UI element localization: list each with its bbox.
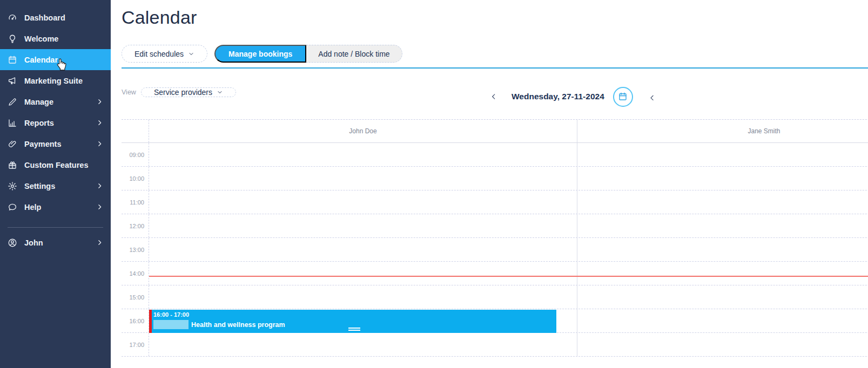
time-label: 13:00 <box>122 238 149 261</box>
schedule-grid: John Doe Jane Smith 09:00 10:00 11:00 12… <box>122 119 868 357</box>
view-selector-row: View Service providers <box>122 87 236 97</box>
time-slot-jane-1100[interactable] <box>577 190 868 214</box>
time-label: 17:00 <box>122 333 149 356</box>
time-slot-jane-0900[interactable] <box>577 143 868 166</box>
calendar-icon <box>618 92 628 101</box>
bar-chart-icon <box>8 118 17 128</box>
booking-event-health-and-wellness[interactable]: 16:00 - 17:00 Health and wellness progra… <box>149 310 556 333</box>
hour-row-1000: 10:00 <box>122 167 868 190</box>
sidebar-item-manage[interactable]: Manage <box>0 91 111 112</box>
hour-row-0900: 09:00 <box>122 143 868 167</box>
sidebar-item-label: Payments <box>24 140 62 148</box>
view-mode-dropdown[interactable]: Service providers <box>141 87 236 97</box>
calendar-tabs: Edit schedules Manage bookings Add note … <box>122 45 402 63</box>
sidebar-item-label: Help <box>24 203 41 212</box>
sidebar-divider <box>8 227 103 228</box>
chevron-down-icon <box>188 51 194 57</box>
time-slot-john-1700[interactable] <box>149 333 577 356</box>
time-slot-jane-1500[interactable] <box>577 285 868 309</box>
time-slot-john-1500[interactable] <box>149 285 577 309</box>
edit-schedules-dropdown[interactable]: Edit schedules <box>122 45 207 63</box>
sidebar-item-reports[interactable]: Reports <box>0 112 111 133</box>
time-gutter-header <box>122 120 149 142</box>
chevron-right-icon <box>647 93 655 100</box>
gear-icon <box>8 181 17 191</box>
chevron-left-icon <box>490 93 497 100</box>
sidebar-item-calendar[interactable]: Calendar <box>0 49 111 70</box>
sidebar-item-label: Reports <box>24 119 54 127</box>
time-label: 12:00 <box>122 214 149 237</box>
chevron-right-icon <box>96 119 103 126</box>
sidebar-item-label: Custom Features <box>24 161 88 169</box>
sidebar-item-label: Marketing Suite <box>24 77 83 85</box>
pencil-icon <box>8 97 17 107</box>
provider-column-header-john-doe: John Doe <box>149 120 577 142</box>
time-slot-john-1200[interactable] <box>149 214 577 237</box>
previous-day-button[interactable] <box>489 92 499 101</box>
sidebar-item-label: Manage <box>24 98 53 106</box>
page-title: Calendar <box>122 7 197 28</box>
lightbulb-icon <box>8 34 17 44</box>
sidebar-item-welcome[interactable]: Welcome <box>0 28 111 49</box>
chat-bubble-icon <box>8 202 17 212</box>
edit-schedules-label: Edit schedules <box>134 50 184 58</box>
user-circle-icon <box>8 238 17 248</box>
sidebar-item-settings[interactable]: Settings <box>0 175 111 196</box>
sidebar-item-help[interactable]: Help <box>0 196 111 217</box>
chevron-down-icon <box>217 89 223 96</box>
time-slot-john-0900[interactable] <box>149 143 577 166</box>
chevron-right-icon <box>96 239 103 246</box>
date-navigation: Wednesday, 27-11-2024 <box>489 86 656 107</box>
hour-row-1700: 17:00 <box>122 333 868 357</box>
time-label: 15:00 <box>122 285 149 309</box>
next-day-button[interactable] <box>646 92 656 101</box>
time-slot-john-1400[interactable] <box>149 262 577 285</box>
booking-mode-segmented-control: Manage bookings Add note / Block time <box>214 45 402 63</box>
chevron-right-icon <box>96 140 103 147</box>
megaphone-icon <box>8 76 17 86</box>
time-slot-jane-1600[interactable] <box>577 309 868 332</box>
event-color-swatch <box>153 320 189 329</box>
chevron-right-icon <box>96 98 103 105</box>
sidebar-item-label: John <box>24 238 43 247</box>
sidebar-item-label: Dashboard <box>24 13 65 22</box>
event-title: Health and wellness program <box>191 321 285 329</box>
sidebar-item-label: Welcome <box>24 35 58 43</box>
sidebar-item-label: Settings <box>24 182 55 190</box>
sidebar-item-payments[interactable]: Payments <box>0 133 111 154</box>
date-picker-button[interactable] <box>613 87 633 107</box>
sidebar-item-marketing-suite[interactable]: Marketing Suite <box>0 70 111 91</box>
sidebar: Dashboard Welcome Calendar Marketing Sui… <box>0 0 111 368</box>
time-slot-john-1100[interactable] <box>149 190 577 214</box>
sidebar-item-custom-features[interactable]: Custom Features <box>0 154 111 175</box>
current-date-label: Wednesday, 27-11-2024 <box>512 92 604 101</box>
paperclip-icon <box>8 139 17 149</box>
hour-row-1100: 11:00 <box>122 190 868 214</box>
chevron-right-icon <box>96 182 103 189</box>
time-label: 10:00 <box>122 167 149 190</box>
hour-row-1400: 14:00 <box>122 262 868 285</box>
hour-row-1200: 12:00 <box>122 214 868 238</box>
calendar-icon <box>8 55 17 65</box>
hour-row-1500: 15:00 <box>122 285 868 309</box>
event-resize-handle[interactable] <box>348 328 360 332</box>
gift-icon <box>8 160 17 170</box>
time-slot-john-1300[interactable] <box>149 238 577 261</box>
provider-column-header-jane-smith: Jane Smith <box>577 120 868 142</box>
time-slot-john-1000[interactable] <box>149 167 577 190</box>
sidebar-item-dashboard[interactable]: Dashboard <box>0 7 111 28</box>
tab-add-note-block-time[interactable]: Add note / Block time <box>306 45 402 63</box>
event-time-range: 16:00 - 17:00 <box>153 311 556 318</box>
time-slot-jane-1400[interactable] <box>577 262 868 285</box>
tab-manage-bookings[interactable]: Manage bookings <box>214 45 306 63</box>
view-mode-value: Service providers <box>154 88 212 97</box>
time-label: 14:00 <box>122 262 149 285</box>
dashboard-icon <box>8 13 17 23</box>
time-slot-jane-1000[interactable] <box>577 167 868 190</box>
time-label: 11:00 <box>122 190 149 214</box>
grid-header-row: John Doe Jane Smith <box>122 119 868 143</box>
sidebar-item-user-john[interactable]: John <box>0 232 111 253</box>
time-slot-jane-1200[interactable] <box>577 214 868 237</box>
time-slot-jane-1300[interactable] <box>577 238 868 261</box>
time-slot-jane-1700[interactable] <box>577 333 868 356</box>
